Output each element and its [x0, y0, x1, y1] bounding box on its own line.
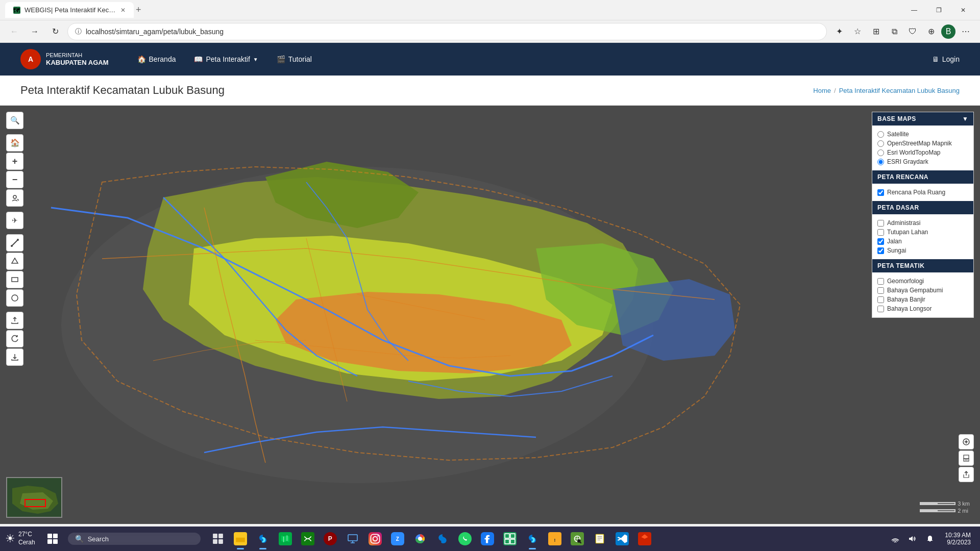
- map-container[interactable]: 🔍 🏠 + − ✈: [0, 106, 980, 524]
- file-explorer-button[interactable]: [230, 527, 251, 551]
- collections-button[interactable]: 🛡: [904, 23, 921, 40]
- option-administrasi[interactable]: Administrasi: [877, 218, 968, 228]
- warning-button[interactable]: !: [545, 527, 565, 551]
- option-geomorfologi[interactable]: Geomorfologi: [877, 277, 968, 286]
- start-button[interactable]: [40, 527, 65, 551]
- nav-login[interactable]: 🖥 Login: [932, 55, 960, 63]
- edge2-button[interactable]: [432, 527, 453, 551]
- locate-button[interactable]: ✈: [6, 212, 23, 229]
- option-esri-graydark[interactable]: ESRI Graydark: [877, 157, 968, 166]
- peta-tematik-header[interactable]: PETA TEMATIK: [872, 259, 973, 272]
- taskbar-search[interactable]: 🔍 Search: [68, 533, 201, 545]
- chrome-button[interactable]: [410, 527, 430, 551]
- browser-connect-button[interactable]: ⊕: [923, 23, 939, 40]
- draw-polygon-button[interactable]: [6, 253, 23, 270]
- red-app-button[interactable]: [634, 527, 655, 551]
- upload-button[interactable]: [6, 312, 23, 329]
- extensions-button[interactable]: ⊞: [868, 23, 884, 40]
- notification-icon[interactable]: [922, 527, 938, 551]
- option-bahaya-longsor[interactable]: Bahaya Longsor: [877, 304, 968, 313]
- profile-button[interactable]: B: [941, 24, 955, 39]
- weather-widget[interactable]: ☀ 27°C Cerah: [0, 531, 40, 546]
- svg-rect-19: [213, 539, 217, 544]
- app-purple-button[interactable]: P: [320, 527, 340, 551]
- nav-beranda[interactable]: 🏠 Beranda: [129, 50, 184, 68]
- option-tutupan-lahan[interactable]: Tutupan Lahan: [877, 228, 968, 237]
- print-button[interactable]: [959, 450, 974, 466]
- reload-button[interactable]: ↻: [47, 23, 63, 40]
- option-esri-topo[interactable]: Esri WorldTopoMap: [877, 148, 968, 157]
- facebook-button[interactable]: [477, 527, 498, 551]
- radio-osm[interactable]: [877, 140, 884, 147]
- draw-circle-button[interactable]: [6, 289, 23, 307]
- vscode-button[interactable]: [612, 527, 632, 551]
- browser-tab[interactable]: 🗺 WEBGIS| Peta Interaktif Kecamat... ✕: [5, 2, 134, 18]
- network-icon[interactable]: [887, 527, 903, 551]
- check-geomorfologi[interactable]: [877, 278, 884, 285]
- notepad-button[interactable]: [590, 527, 610, 551]
- check-banjir[interactable]: [877, 296, 884, 303]
- draw-rectangle-button[interactable]: [6, 271, 23, 288]
- home-map-button[interactable]: 🏠: [6, 134, 23, 152]
- back-button[interactable]: ←: [6, 23, 22, 40]
- zoom-in-button[interactable]: +: [6, 153, 23, 170]
- share-button[interactable]: [959, 467, 974, 482]
- check-jalan[interactable]: [877, 238, 884, 245]
- check-rencana-pola[interactable]: [877, 189, 884, 196]
- tab-close-button[interactable]: ✕: [120, 7, 126, 14]
- minimize-button[interactable]: —: [902, 0, 926, 20]
- peta-dasar-header[interactable]: PETA DASAR: [872, 201, 973, 214]
- option-bahaya-banjir[interactable]: Bahaya Banjir: [877, 295, 968, 304]
- search-map-button[interactable]: 🔍: [6, 112, 23, 129]
- zoom-button[interactable]: Z: [387, 527, 408, 551]
- edge-active-button[interactable]: [522, 527, 543, 551]
- option-satellite[interactable]: Satellite: [877, 130, 968, 139]
- check-sungai[interactable]: [877, 247, 884, 254]
- xbox-button[interactable]: [298, 527, 318, 551]
- edge-browser-button[interactable]: [253, 527, 273, 551]
- volume-icon[interactable]: [904, 527, 921, 551]
- zoom-icon: Z: [391, 532, 404, 545]
- map-grid-button[interactable]: [500, 527, 520, 551]
- refresh-button[interactable]: [6, 330, 23, 347]
- option-rencana-pola-ruang[interactable]: Rencana Pola Ruang: [877, 188, 968, 197]
- maximize-button[interactable]: ❐: [927, 0, 950, 20]
- task-view-button[interactable]: [208, 527, 228, 551]
- split-view-button[interactable]: ⧉: [886, 23, 902, 40]
- download-map-button[interactable]: [6, 348, 23, 366]
- forward-button[interactable]: →: [27, 23, 43, 40]
- check-longsor[interactable]: [877, 306, 884, 312]
- check-gempa[interactable]: [877, 287, 884, 294]
- option-sungai[interactable]: Sungai: [877, 246, 968, 255]
- whatsapp-button[interactable]: [455, 527, 475, 551]
- option-osm-mapnik[interactable]: OpenStreetMap Mapnik: [877, 139, 968, 148]
- gps-button[interactable]: [959, 434, 974, 449]
- base-maps-collapse[interactable]: ▼: [962, 115, 968, 122]
- breadcrumb-home[interactable]: Home: [813, 87, 831, 94]
- system-clock[interactable]: 10:39 AM 9/2/2023: [939, 532, 975, 546]
- new-tab-button[interactable]: +: [136, 5, 141, 15]
- radio-esri-topo[interactable]: [877, 149, 884, 156]
- base-maps-header[interactable]: BASE MAPS ▼: [872, 112, 973, 126]
- option-jalan[interactable]: Jalan: [877, 237, 968, 246]
- draw-line-button[interactable]: [6, 234, 23, 252]
- copilot-button[interactable]: ✦: [831, 23, 847, 40]
- option-bahaya-gempa[interactable]: Bahaya Gempabumi: [877, 286, 968, 295]
- maps-button[interactable]: [275, 527, 296, 551]
- nav-peta-interaktif[interactable]: 📖 Peta Interaktif ▼: [186, 50, 266, 68]
- nav-tutorial[interactable]: 🎬 Tutorial: [268, 50, 320, 68]
- check-administrasi[interactable]: [877, 220, 884, 227]
- favorites-button[interactable]: ☆: [849, 23, 866, 40]
- zoom-out-button[interactable]: −: [6, 171, 23, 188]
- radio-esri-gray[interactable]: [877, 159, 884, 165]
- address-bar[interactable]: ⓘ localhost/simtaru_agam/peta/lubuk_basu…: [67, 23, 827, 40]
- instagram-button[interactable]: [365, 527, 385, 551]
- menu-button[interactable]: ⋯: [958, 23, 974, 40]
- peta-rencana-header[interactable]: PETA RENCANA: [872, 170, 973, 184]
- close-button[interactable]: ✕: [951, 0, 975, 20]
- radio-satellite[interactable]: [877, 131, 884, 138]
- qgis-button[interactable]: [567, 527, 587, 551]
- monitor-button[interactable]: [342, 527, 363, 551]
- identify-button[interactable]: [6, 189, 23, 207]
- check-tutupan[interactable]: [877, 229, 884, 236]
